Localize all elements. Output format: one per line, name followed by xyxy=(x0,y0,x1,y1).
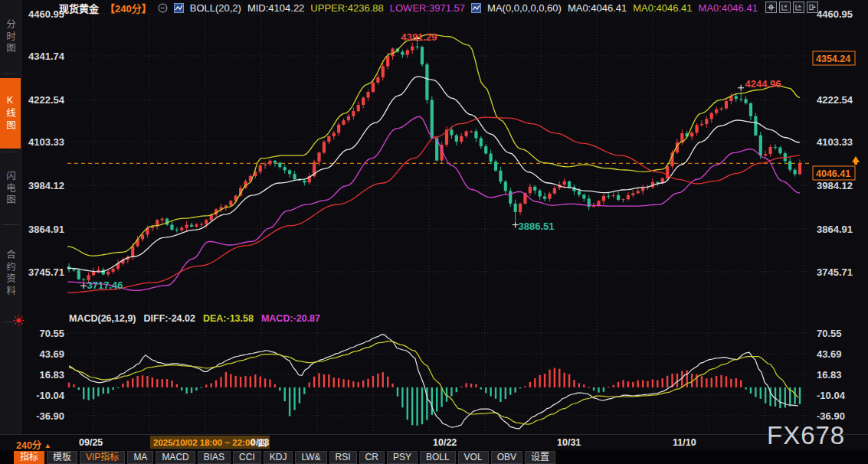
chart-canvas[interactable]: 3717.464381.293886.514244.964460.954341.… xyxy=(0,0,868,464)
ma-value-1: MA0:4046.41 xyxy=(568,2,627,14)
topbar: 现货黄金 【240分】 BOLL(20,2) MID:4104.22 UPPER… xyxy=(59,2,758,14)
boll-indicator-icon[interactable] xyxy=(174,3,184,13)
x-axis-date-label: 09/25 xyxy=(79,437,103,448)
toolbar-button-rsi[interactable]: RSI xyxy=(329,451,357,464)
x-axis-date-label: 11/10 xyxy=(673,437,696,448)
toolbar-button-lw[interactable]: LW& xyxy=(295,451,326,464)
sidebar-item-flash-chart[interactable]: 闪电图 xyxy=(0,155,21,222)
macd-line-diff_path xyxy=(69,335,798,429)
x-axis-date-label: 10/31 xyxy=(557,437,581,448)
toolbar-button-ma[interactable]: MA xyxy=(127,451,153,464)
svg-text:4460.95: 4460.95 xyxy=(817,8,853,20)
toolbar-button-cr[interactable]: CR xyxy=(359,451,385,464)
boll-lower-value: LOWER:3971.57 xyxy=(390,2,465,14)
axis-zoom-icon[interactable] xyxy=(779,2,791,13)
extreme-markers: 3717.464381.293886.514244.96 xyxy=(80,31,781,291)
sidebar: 分时图K线图闪电图合约资料 xyxy=(0,0,21,436)
crosshair-icon[interactable] xyxy=(765,2,777,13)
svg-text:43.69: 43.69 xyxy=(817,348,842,360)
sidebar-item-time-chart[interactable]: 分时图 xyxy=(0,3,21,70)
sidebar-divider xyxy=(2,224,18,225)
overlay-boll-upper xyxy=(67,34,800,256)
candlesticks xyxy=(67,43,801,283)
boll-params: BOLL(20,2) xyxy=(190,2,241,14)
overlay-ma60 xyxy=(67,117,800,292)
svg-text:3745.71: 3745.71 xyxy=(817,266,853,278)
price-annotation: 3717.46 xyxy=(87,279,123,291)
chevron-up-icon: ▲ xyxy=(44,442,51,449)
overlay-boll-lower xyxy=(67,116,800,290)
ma-value-3: MA0:4046.41 xyxy=(699,2,758,14)
macd-header: MACD(26,12,9) DIFF:-24.02 DEA:-13.58 MAC… xyxy=(69,313,320,324)
svg-text:4046.41: 4046.41 xyxy=(816,168,850,179)
x-axis-date-label: 0/13 xyxy=(251,437,269,448)
toolbar-button-psy[interactable]: PSY xyxy=(387,451,418,464)
toolbar-button-indicator[interactable]: 指标 xyxy=(14,451,44,464)
alert-icon[interactable] xyxy=(13,315,25,326)
toolbar-button-vol[interactable]: VOL xyxy=(458,451,489,464)
gridlines xyxy=(67,14,812,431)
svg-text:4103.33: 4103.33 xyxy=(28,136,64,148)
macd-histogram xyxy=(68,368,801,425)
svg-text:70.55: 70.55 xyxy=(817,328,842,339)
price-annotation: 4244.96 xyxy=(745,78,781,90)
svg-text:3984.12: 3984.12 xyxy=(817,180,853,191)
sidebar-item-contract-info[interactable]: 合约资料 xyxy=(0,227,21,319)
svg-text:3864.91: 3864.91 xyxy=(28,224,64,235)
svg-text:3745.71: 3745.71 xyxy=(28,266,64,278)
interval-text: 240分 xyxy=(16,440,41,451)
x-axis-date-label: 10/22 xyxy=(433,437,457,448)
toolbar-button-macd[interactable]: MACD xyxy=(156,451,195,464)
toolbar-button-obv[interactable]: OBV xyxy=(491,451,522,464)
svg-text:43.69: 43.69 xyxy=(39,348,64,360)
macd-lines xyxy=(69,335,798,429)
ma-params: MA(0,0,0,0,0,60) xyxy=(487,2,562,14)
macd-diff-value: DIFF:-24.02 xyxy=(144,313,195,324)
price-arrow-icon xyxy=(852,156,860,162)
axis-pan-icon[interactable] xyxy=(793,2,804,13)
svg-text:3864.91: 3864.91 xyxy=(817,224,853,235)
indicator-toolbar: 指标模板VIP指标MAMACDBIASCCIKDJLW&RSICRPSYBOLL… xyxy=(0,450,868,464)
export-icon[interactable] xyxy=(807,2,818,13)
svg-text:70.55: 70.55 xyxy=(39,328,64,339)
svg-text:3984.12: 3984.12 xyxy=(28,180,64,191)
ma-value-2: MA0:4046.41 xyxy=(633,2,692,14)
range-text: 2025/10/02 18:00 ~ 22:00 xyxy=(153,438,255,447)
collapse-icon[interactable] xyxy=(158,3,168,13)
svg-text:16.83: 16.83 xyxy=(39,369,64,381)
svg-text:4341.74: 4341.74 xyxy=(28,51,65,62)
toolbar-button-cci[interactable]: CCI xyxy=(233,451,261,464)
period-label[interactable]: 【240分】 xyxy=(105,1,152,15)
macd-macd-value: MACD:-20.87 xyxy=(261,313,320,324)
svg-text:16.83: 16.83 xyxy=(817,369,842,381)
toolbar-button-vip-indicator[interactable]: VIP指标 xyxy=(80,451,125,464)
macd-params: MACD(26,12,9) xyxy=(69,313,136,324)
window-controls xyxy=(765,2,818,13)
boll-upper-value: UPPER:4236.88 xyxy=(310,2,383,14)
svg-text:4354.24: 4354.24 xyxy=(816,54,850,64)
toolbar-button-boll[interactable]: BOLL xyxy=(420,451,456,464)
svg-text:4222.54: 4222.54 xyxy=(817,94,853,106)
toolbar-button-settings[interactable]: 设置 xyxy=(525,451,555,464)
macd-dea-value: DEA:-13.58 xyxy=(203,313,254,324)
price-badges: 4354.244046.41 xyxy=(813,51,860,180)
toolbar-button-bias[interactable]: BIAS xyxy=(198,451,231,464)
svg-text:-36.90: -36.90 xyxy=(36,410,64,422)
toolbar-button-kdj[interactable]: KDJ xyxy=(264,451,293,464)
svg-text:-36.90: -36.90 xyxy=(817,410,845,422)
overlay-boll-mid xyxy=(67,77,800,272)
sidebar-divider xyxy=(2,152,18,152)
svg-text:-10.04: -10.04 xyxy=(36,390,65,401)
toolbar-button-template[interactable]: 模板 xyxy=(47,451,77,464)
sidebar-divider xyxy=(2,74,18,74)
sidebar-item-kline-chart[interactable]: K线图 xyxy=(0,78,21,149)
price-annotation: 3886.51 xyxy=(519,221,555,232)
symbol-title: 现货黄金 xyxy=(59,1,99,15)
xaxis-row: 240分 ▲ 2025/10/02 18:00 ~ 22:00 四 09/250… xyxy=(0,434,868,451)
watermark: FX678 xyxy=(767,421,845,450)
price-annotation: 4381.29 xyxy=(401,31,437,43)
ma-indicator-icon[interactable] xyxy=(471,3,481,13)
svg-text:4222.54: 4222.54 xyxy=(28,94,65,106)
boll-mid-value: MID:4104.22 xyxy=(247,2,304,14)
svg-text:-10.04: -10.04 xyxy=(817,390,846,401)
